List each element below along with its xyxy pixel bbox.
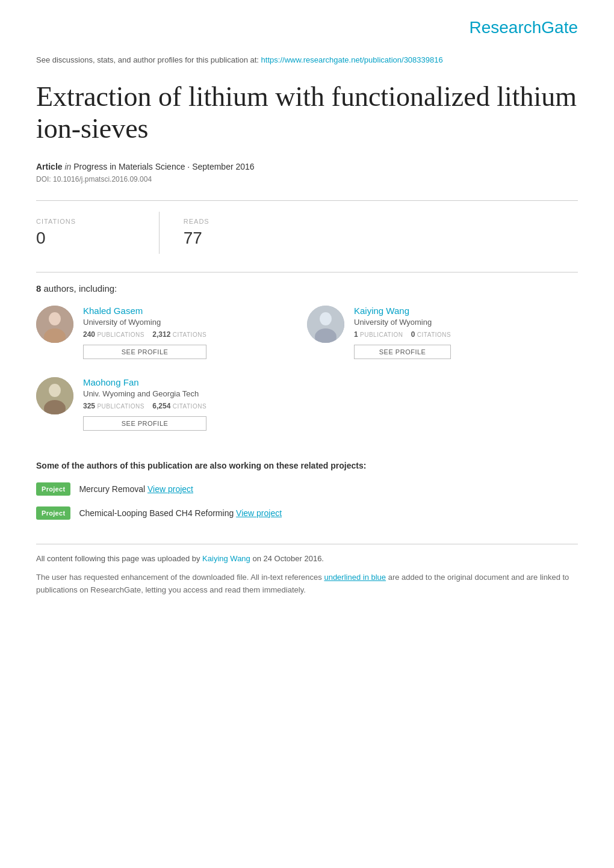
- author-cit-label-kaiying: CITATIONS: [417, 331, 451, 338]
- author-avatar-khaled: [36, 306, 73, 343]
- author-stats-kaiying: 1 PUBLICATION 0 CITATIONS: [354, 330, 451, 339]
- see-profile-button-maohong[interactable]: SEE PROFILE: [83, 416, 206, 431]
- footer-note-blue: underlined in blue: [324, 573, 386, 582]
- author-stats-khaled: 240 PUBLICATIONS 2,312 CITATIONS: [83, 330, 206, 339]
- see-discussions-line: See discussions, stats, and author profi…: [36, 55, 578, 64]
- authors-label: authors: [44, 283, 74, 294]
- author-card-khaled: Khaled Gasem University of Wyoming 240 P…: [36, 306, 307, 359]
- project-link-1[interactable]: View project: [236, 508, 282, 518]
- avatar-svg-khaled: [36, 306, 73, 343]
- researchgate-logo: ResearchGate: [469, 18, 578, 37]
- project-text-1: Chemical-Looping Based CH4 Reforming Vie…: [79, 508, 282, 518]
- author-cit-num-kaiying: 0: [411, 330, 415, 339]
- footer-note-text: The user has requested enhancement of th…: [36, 573, 322, 582]
- project-name-0: Mercury Removal: [79, 484, 145, 494]
- footer-uploaded: All content following this page was uplo…: [36, 554, 578, 563]
- header: ResearchGate: [36, 18, 578, 37]
- article-in: in: [64, 162, 71, 171]
- stats-vertical-divider: [159, 212, 160, 254]
- avatar-svg-kaiying: [307, 306, 344, 343]
- footer-divider: [36, 544, 578, 544]
- article-journal: Progress in Materials Science: [73, 162, 185, 171]
- doi-value: 10.1016/j.pmatsci.2016.09.004: [53, 175, 152, 183]
- citations-value: 0: [36, 229, 135, 248]
- author-pub-label-maohong: PUBLICATIONS: [97, 403, 144, 410]
- author-card-kaiying: Kaiying Wang University of Wyoming 1 PUB…: [307, 306, 578, 359]
- citations-block: CITATIONS 0: [36, 212, 135, 254]
- author-avatar-maohong: [36, 377, 73, 414]
- page: ResearchGate See discussions, stats, and…: [0, 0, 614, 868]
- article-meta: Article in Progress in Materials Science…: [36, 162, 578, 171]
- author-avatar-kaiying: [307, 306, 344, 343]
- project-badge-1: Project: [36, 506, 70, 520]
- project-link-0[interactable]: View project: [147, 484, 193, 494]
- doi-label: DOI:: [36, 175, 51, 183]
- authors-suffix: , including:: [74, 283, 117, 294]
- publication-url[interactable]: https://www.researchgate.net/publication…: [261, 55, 443, 64]
- author-info-maohong: Maohong Fan Univ. Wyoming and Georgia Te…: [83, 377, 206, 431]
- svg-point-4: [320, 312, 332, 325]
- project-item-0: Project Mercury Removal View project: [36, 482, 578, 496]
- author-stats-maohong: 325 PUBLICATIONS 6,254 CITATIONS: [83, 402, 206, 410]
- footer-note: The user has requested enhancement of th…: [36, 571, 578, 597]
- author-name-khaled[interactable]: Khaled Gasem: [83, 306, 206, 316]
- author-pub-num-maohong: 325: [83, 402, 95, 410]
- author-name-maohong[interactable]: Maohong Fan: [83, 377, 206, 387]
- author-pub-num-khaled: 240: [83, 330, 95, 339]
- author-pub-label-khaled: PUBLICATIONS: [97, 331, 144, 338]
- svg-point-1: [49, 312, 61, 325]
- see-profile-button-khaled[interactable]: SEE PROFILE: [83, 345, 206, 359]
- project-name-1: Chemical-Looping Based CH4 Reforming: [79, 508, 234, 518]
- author-card-maohong: Maohong Fan Univ. Wyoming and Georgia Te…: [36, 377, 307, 431]
- author-name-kaiying[interactable]: Kaiying Wang: [354, 306, 451, 316]
- authors-count: 8: [36, 283, 41, 294]
- project-item-1: Project Chemical-Looping Based CH4 Refor…: [36, 506, 578, 520]
- related-projects-heading: Some of the authors of this publication …: [36, 461, 578, 470]
- stats-row: CITATIONS 0 READS 77: [36, 212, 578, 254]
- see-discussions-text: See discussions, stats, and author profi…: [36, 55, 259, 64]
- article-date: September 2016: [192, 162, 255, 171]
- author-cit-label-maohong: CITATIONS: [173, 403, 206, 410]
- project-text-0: Mercury Removal View project: [79, 484, 193, 494]
- avatar-svg-maohong: [36, 377, 73, 414]
- author-cit-num-maohong: 6,254: [152, 402, 170, 410]
- citations-label: CITATIONS: [36, 218, 135, 225]
- author-cit-num-khaled: 2,312: [152, 330, 170, 339]
- uploaded-by-link[interactable]: Kaiying Wang: [202, 554, 250, 563]
- author-info-khaled: Khaled Gasem University of Wyoming 240 P…: [83, 306, 206, 359]
- article-title: Extraction of lithium with functionalize…: [36, 81, 578, 145]
- svg-point-7: [49, 384, 61, 397]
- stats-divider-top: [36, 200, 578, 201]
- author-cit-label-khaled: CITATIONS: [173, 331, 206, 338]
- author-pub-num-kaiying: 1: [354, 330, 358, 339]
- author-affiliation-kaiying: University of Wyoming: [354, 318, 451, 327]
- author-info-kaiying: Kaiying Wang University of Wyoming 1 PUB…: [354, 306, 451, 359]
- related-projects-section: Some of the authors of this publication …: [36, 461, 578, 520]
- authors-heading: 8 authors, including:: [36, 283, 578, 294]
- uploaded-on: on 24 October 2016.: [252, 554, 324, 563]
- author-affiliation-maohong: Univ. Wyoming and Georgia Tech: [83, 389, 206, 398]
- author-affiliation-khaled: University of Wyoming: [83, 318, 206, 327]
- article-type: Article: [36, 162, 63, 171]
- uploaded-text: All content following this page was uplo…: [36, 554, 200, 563]
- reads-label: READS: [184, 218, 282, 225]
- see-profile-button-kaiying[interactable]: SEE PROFILE: [354, 345, 451, 359]
- authors-grid: Khaled Gasem University of Wyoming 240 P…: [36, 306, 578, 449]
- author-pub-label-kaiying: PUBLICATION: [360, 331, 403, 338]
- stats-divider-bottom: [36, 272, 578, 272]
- project-badge-0: Project: [36, 482, 70, 496]
- reads-block: READS 77: [184, 212, 282, 254]
- doi-line: DOI: 10.1016/j.pmatsci.2016.09.004: [36, 175, 578, 183]
- reads-value: 77: [184, 229, 282, 248]
